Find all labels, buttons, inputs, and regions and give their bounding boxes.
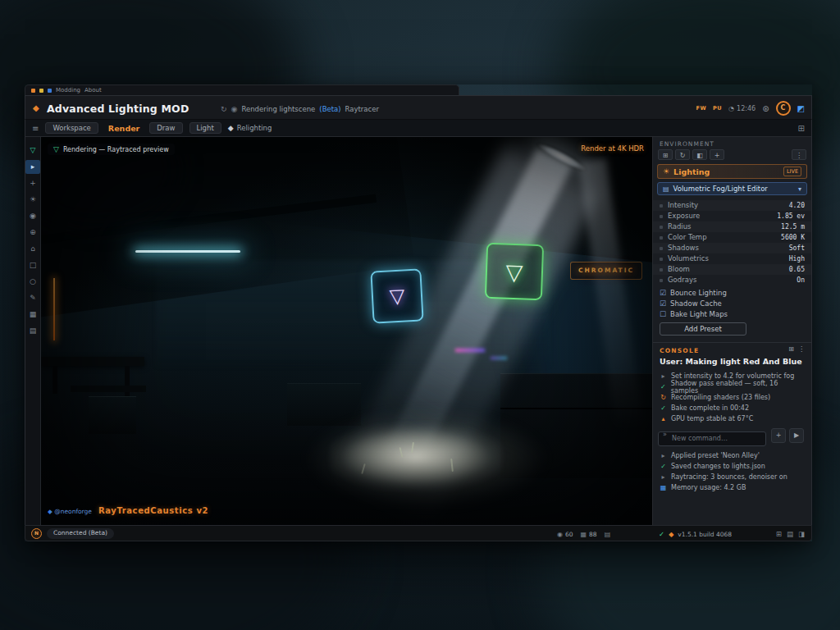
- blue-dot-icon[interactable]: [48, 89, 52, 93]
- more-options-icon[interactable]: ⋮: [798, 345, 805, 353]
- property-value[interactable]: 4.20: [789, 200, 805, 211]
- split-view-icon[interactable]: ◧: [692, 149, 707, 160]
- property-list: Intensity4.20 Exposure1.85 ev Radius12.5…: [653, 200, 811, 285]
- panel-grid-icon[interactable]: ⊞: [776, 530, 782, 538]
- send-button[interactable]: ▶: [789, 428, 804, 443]
- console-message: ✓Shadow pass enabled — soft, 16 samples: [653, 381, 811, 392]
- property-row[interactable]: Radius12.5 m: [653, 221, 811, 232]
- mode-indicator[interactable]: ◆ Relighting: [228, 124, 272, 132]
- property-dot-icon: [660, 258, 663, 261]
- more-options-icon[interactable]: ⋮: [792, 149, 806, 160]
- tab-render-active[interactable]: Render: [105, 124, 143, 133]
- property-row[interactable]: Exposure1.85 ev: [653, 211, 811, 221]
- yellow-dot-icon[interactable]: [39, 89, 43, 93]
- toggle-row[interactable]: ☑Shadow Cache: [653, 298, 811, 308]
- add-icon[interactable]: +: [710, 149, 724, 160]
- inspector-toolbar: ⊞ ↻ ◧ +: [658, 149, 724, 160]
- creator-handle: ◆ @neonforge: [48, 508, 92, 515]
- toggle-row[interactable]: ☐Bake Light Maps: [653, 308, 811, 319]
- orange-dot-icon[interactable]: [31, 89, 35, 93]
- grid-tool-icon[interactable]: ▦: [25, 308, 40, 322]
- lighting-section-header[interactable]: ☀ Lighting LIVE: [657, 164, 807, 179]
- property-value[interactable]: 1.85 ev: [777, 211, 805, 221]
- pen-tool-icon[interactable]: ✎: [25, 291, 40, 305]
- menu-item-about[interactable]: About: [84, 87, 102, 94]
- message-text: Shadow pass enabled — soft, 16 samples: [671, 380, 805, 395]
- layout-grid-icon[interactable]: ⊞: [798, 124, 805, 133]
- property-value[interactable]: Soft: [789, 243, 805, 253]
- creator-icon: ◆: [48, 508, 52, 515]
- list-stat[interactable]: ▤: [605, 531, 611, 538]
- bullet-icon: ▸: [660, 473, 667, 481]
- hamburger-menu-icon[interactable]: ≡: [32, 124, 39, 133]
- expand-icon[interactable]: ⊞: [788, 345, 794, 353]
- property-row[interactable]: Intensity4.20: [653, 200, 811, 211]
- tab-draw[interactable]: Draw: [149, 122, 182, 135]
- statusbar-right-icons: ⊞ ▤ ◨: [776, 526, 805, 542]
- tab-light[interactable]: Light: [189, 122, 221, 135]
- console-message: ▸Raytracing: 3 bounces, denoiser on: [653, 472, 811, 482]
- property-value[interactable]: High: [789, 253, 805, 264]
- chat-icon[interactable]: ◩: [797, 104, 805, 113]
- viewport-watermark: ◆ @neonforge RayTracedCaustics v2: [48, 506, 208, 515]
- status-avatar[interactable]: N: [31, 528, 42, 539]
- editor-dropdown-value: Volumetric Fog/Light Editor: [673, 185, 768, 193]
- property-value[interactable]: 0.65: [789, 264, 805, 275]
- panel-rows-icon[interactable]: ▤: [787, 530, 793, 538]
- property-row[interactable]: GodraysOn: [653, 275, 811, 285]
- property-row[interactable]: VolumetricsHigh: [653, 253, 811, 264]
- property-value[interactable]: On: [797, 275, 805, 285]
- refresh-icon[interactable]: ↻: [675, 149, 690, 160]
- clock-text: 12:46: [737, 105, 756, 112]
- refresh-icon: ↻: [660, 394, 667, 401]
- menu-item-modding[interactable]: Modding: [56, 87, 80, 94]
- mesh-tool-icon[interactable]: ⌂: [25, 242, 40, 256]
- fps-stat: ◉ 60: [557, 531, 573, 538]
- message-text: Bake complete in 00:42: [671, 404, 749, 412]
- property-value[interactable]: 5600 K: [781, 232, 805, 243]
- rectangle-tool-icon[interactable]: □: [25, 258, 40, 272]
- refresh-icon[interactable]: ↻: [221, 105, 227, 113]
- property-row[interactable]: ShadowsSoft: [653, 243, 811, 253]
- grid-value: 88: [589, 531, 597, 538]
- panel-split-icon[interactable]: ◨: [798, 530, 805, 538]
- property-row[interactable]: Bloom0.65: [653, 264, 811, 275]
- list-icon: ▤: [605, 531, 611, 538]
- circle-tool-icon[interactable]: ○: [25, 275, 40, 289]
- property-label: Radius: [668, 222, 692, 231]
- layers-tool-icon[interactable]: ▤: [25, 324, 40, 338]
- property-dot-icon: [660, 279, 663, 282]
- checkbox-icon[interactable]: ☐: [660, 310, 666, 318]
- address-bar[interactable]: ↻ ◉ Rendering lightscene (Beta) Raytrace…: [221, 103, 500, 116]
- checkbox-icon[interactable]: ☑: [660, 289, 666, 297]
- property-row[interactable]: Color Temp5600 K: [653, 232, 811, 243]
- grid-view-icon[interactable]: ⊞: [658, 149, 673, 160]
- light-tool-icon[interactable]: ☀: [25, 193, 40, 207]
- workspace-button[interactable]: Workspace: [45, 122, 98, 135]
- attach-button[interactable]: +: [771, 428, 786, 443]
- info-icon: ◉: [231, 105, 238, 113]
- toggle-label: Bounce Lighting: [670, 289, 727, 297]
- add-preset-button[interactable]: Add Preset: [660, 322, 746, 336]
- property-value[interactable]: 12.5 m: [781, 221, 805, 232]
- app-icon: ◆: [33, 103, 39, 112]
- inspector-panel: ENVIRONMENT ⊞ ↻ ◧ + ⋮ ☀ Lighting LIVE ▤ …: [652, 137, 812, 525]
- camera-tool-icon[interactable]: ◉: [25, 209, 40, 223]
- toggle-label: Bake Light Maps: [670, 310, 728, 318]
- checkbox-icon[interactable]: ☑: [660, 299, 666, 308]
- select-tool-icon[interactable]: ▸: [25, 160, 40, 174]
- connection-status-pill[interactable]: Connected (Beta): [47, 528, 114, 539]
- viewport-vignette: [41, 137, 652, 525]
- address-beta-link[interactable]: (Beta): [319, 105, 340, 113]
- command-input[interactable]: [658, 431, 766, 446]
- toggle-row[interactable]: ☑Bounce Lighting: [653, 287, 811, 298]
- globe-tool-icon[interactable]: ⊕: [25, 226, 40, 240]
- user-avatar[interactable]: C: [776, 101, 791, 116]
- toggle-list: ☑Bounce Lighting ☑Shadow Cache ☐Bake Lig…: [653, 287, 811, 319]
- notifications-icon[interactable]: ⊛: [762, 104, 769, 113]
- viewport[interactable]: ▽ ▽ CHROMATIC ▽ Rendering — Raytraced pr…: [41, 137, 652, 525]
- clock-icon: ◔: [728, 105, 734, 112]
- editor-dropdown[interactable]: ▤ Volumetric Fog/Light Editor ▾: [657, 182, 807, 195]
- move-tool-icon[interactable]: +: [25, 176, 40, 190]
- console-title: User: Making light Red And Blue: [660, 357, 805, 366]
